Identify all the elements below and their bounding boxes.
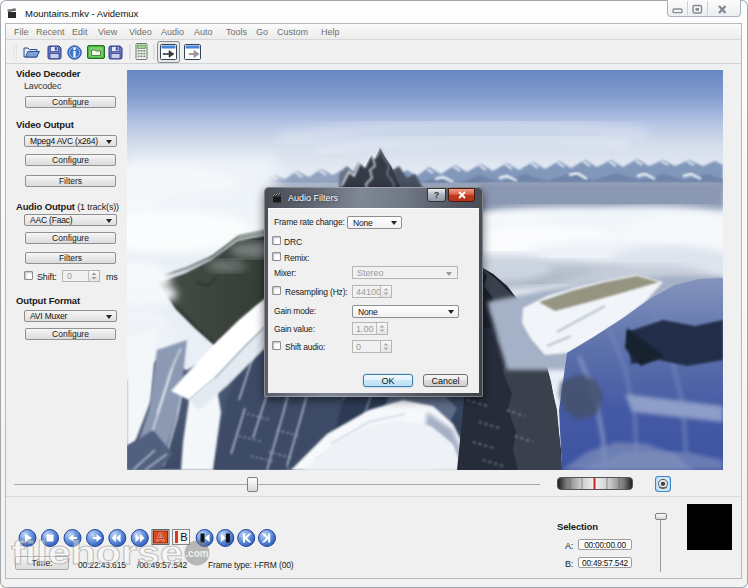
svg-text:filehorse: filehorse <box>11 534 183 571</box>
svg-text:.com: .com <box>185 548 208 559</box>
